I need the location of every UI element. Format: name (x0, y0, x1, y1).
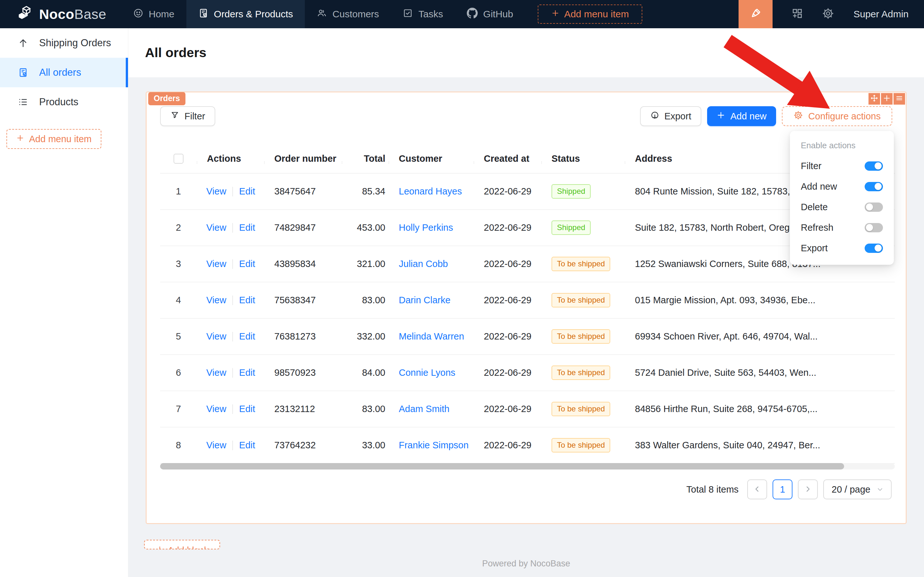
filter-button[interactable]: Filter (160, 106, 215, 126)
row-index: 1 (160, 186, 197, 197)
edit-link[interactable]: Edit (239, 404, 255, 414)
customer-link[interactable]: Melinda Warren (399, 331, 464, 342)
view-link[interactable]: View (206, 331, 226, 342)
view-link[interactable]: View (206, 259, 226, 269)
sidebar-item-products[interactable]: Products (0, 87, 128, 117)
ui-blocks-button[interactable] (791, 7, 803, 21)
gear-icon (794, 110, 803, 122)
add-block-plus-button[interactable] (881, 93, 893, 105)
list-icon (18, 97, 28, 107)
horizontal-scrollbar-thumb[interactable] (160, 463, 844, 469)
view-link[interactable]: View (206, 222, 226, 233)
plus-icon (156, 545, 164, 550)
pagination-total: Total 8 items (686, 484, 739, 495)
drag-handle-button[interactable] (869, 93, 880, 105)
nocobase-logo[interactable]: NocoBase (17, 5, 106, 23)
table-row: 2 View Edit 74829847 453.00 Holly Perkin… (160, 210, 895, 246)
actions-divider (232, 296, 233, 305)
block-menu-button[interactable] (893, 93, 905, 105)
status-badge: To be shipped (552, 438, 610, 453)
export-button[interactable]: Export (640, 106, 702, 126)
dropdown-menu-item[interactable]: Export (790, 238, 894, 258)
status-badge: To be shipped (552, 329, 610, 344)
edit-link[interactable]: Edit (239, 440, 255, 451)
view-link[interactable]: View (206, 404, 226, 414)
row-index: 7 (160, 404, 197, 414)
sidebar-item-shipping-orders[interactable]: Shipping Orders (0, 28, 128, 58)
row-actions-cell: View Edit (197, 367, 264, 378)
page-size-select[interactable]: 20 / page (823, 479, 892, 499)
toggle-switch[interactable] (864, 223, 883, 232)
view-link[interactable]: View (206, 295, 226, 306)
row-index: 5 (160, 331, 197, 342)
edit-link[interactable]: Edit (239, 367, 255, 378)
dropdown-menu-item[interactable]: Add new (790, 176, 894, 197)
customer-link[interactable]: Frankie Simpson (399, 440, 469, 450)
block-collection-tag: Orders (148, 92, 185, 105)
select-all-checkbox[interactable] (174, 154, 184, 164)
customer-link[interactable]: Adam Smith (399, 404, 449, 414)
configure-actions-button[interactable]: Configure actions (782, 106, 892, 126)
sidebar-item-all-orders[interactable]: All orders (0, 58, 128, 87)
chevron-left-icon (753, 484, 761, 495)
row-index: 4 (160, 295, 197, 306)
powered-by-footer: Powered by NocoBase (128, 559, 924, 569)
file-check-icon (18, 68, 28, 78)
nav-item-tasks[interactable]: Tasks (391, 0, 455, 28)
customer-link[interactable]: Connie Lyons (399, 367, 455, 378)
table-row: 4 View Edit 75638347 83.00 Darin Clarke … (160, 282, 895, 319)
nav-item-label: Customers (332, 9, 379, 19)
order-number-cell: 76381273 (264, 331, 342, 342)
navbar-add-menu-item-label: Add menu item (564, 9, 629, 19)
add-new-button[interactable]: Add new (707, 106, 776, 126)
dropdown-menu-item[interactable]: Filter (790, 156, 894, 176)
toggle-switch[interactable] (864, 182, 883, 191)
toggle-switch[interactable] (864, 203, 883, 212)
nav-item-customers[interactable]: Customers (305, 0, 391, 28)
order-number-cell: 73764232 (264, 440, 342, 451)
customer-link[interactable]: Leonard Hayes (399, 186, 462, 197)
edit-link[interactable]: Edit (239, 186, 255, 197)
configure-actions-button-label: Configure actions (808, 111, 881, 122)
toggle-switch[interactable] (864, 161, 883, 171)
add-block-button[interactable]: Add block (144, 540, 220, 550)
edit-link[interactable]: Edit (239, 331, 255, 342)
navbar-add-menu-item-button[interactable]: Add menu item (538, 5, 642, 24)
customer-link[interactable]: Darin Clarke (399, 295, 451, 305)
status-badge: Shipped (552, 184, 591, 199)
pagination-page-1[interactable]: 1 (773, 479, 792, 499)
order-number-cell: 74829847 (264, 222, 342, 233)
dropdown-item-label: Delete (801, 202, 828, 213)
toggle-switch[interactable] (864, 243, 883, 253)
customer-link[interactable]: Julian Cobb (399, 259, 448, 269)
column-header-status: Status (541, 153, 625, 164)
view-link[interactable]: View (206, 440, 226, 451)
add-new-button-label: Add new (730, 111, 766, 122)
edit-link[interactable]: Edit (239, 259, 255, 269)
view-link[interactable]: View (206, 367, 226, 378)
add-block-inner: Add block (145, 540, 219, 550)
view-link[interactable]: View (206, 186, 226, 197)
hamburger-icon (895, 94, 903, 103)
total-cell: 321.00 (342, 259, 388, 269)
order-number-cell: 23132112 (264, 404, 342, 414)
edit-link[interactable]: Edit (239, 295, 255, 306)
nav-item-github[interactable]: GitHub (455, 0, 525, 28)
status-badge: To be shipped (552, 402, 610, 416)
edit-link[interactable]: Edit (239, 222, 255, 233)
actions-divider (232, 368, 233, 378)
total-cell: 83.00 (342, 404, 388, 414)
customer-link[interactable]: Holly Perkins (399, 222, 453, 233)
nav-item-home[interactable]: Home (121, 0, 187, 28)
pagination-next-button[interactable] (798, 479, 818, 499)
chevron-right-icon (804, 484, 811, 495)
ui-editor-highlighter-button[interactable] (739, 0, 773, 28)
settings-button[interactable] (822, 7, 834, 21)
dropdown-menu-item[interactable]: Refresh (790, 217, 894, 238)
user-menu[interactable]: Super Admin (853, 9, 909, 19)
sidebar-add-menu-item-button[interactable]: Add menu item (6, 129, 101, 149)
nav-item-orders-products[interactable]: Orders & Products (187, 0, 305, 28)
select-all-column-header (160, 154, 197, 164)
dropdown-menu-item[interactable]: Delete (790, 197, 894, 217)
pagination-prev-button[interactable] (747, 479, 767, 499)
